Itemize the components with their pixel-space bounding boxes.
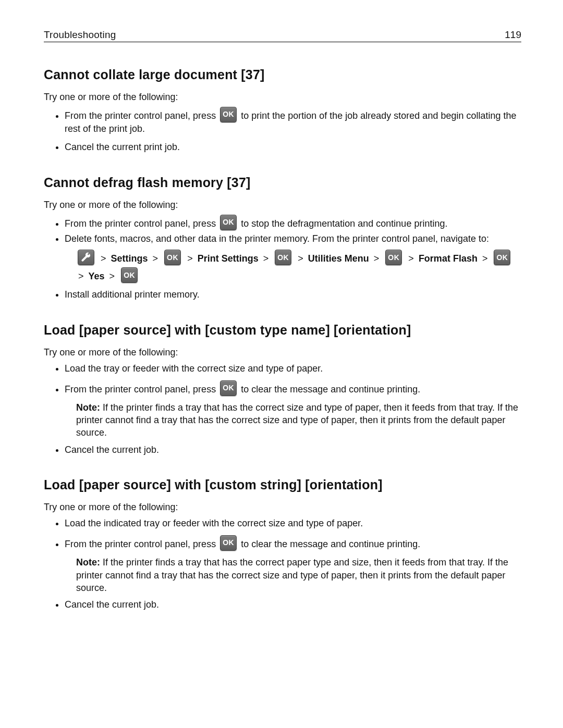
- path-step: Settings: [111, 253, 148, 264]
- note: Note: If the printer finds a tray that h…: [76, 401, 521, 439]
- heading-cannot-collate: Cannot collate large document [37]: [44, 67, 521, 82]
- path-step: Utilities Menu: [308, 253, 369, 264]
- bullet-list: From the printer control panel, press to…: [44, 215, 521, 302]
- text: From the printer control panel, press: [65, 110, 218, 121]
- gt-icon: >: [263, 253, 269, 264]
- intro-text: Try one or more of the following:: [44, 92, 521, 103]
- ok-icon: [121, 267, 138, 283]
- section-name: Troubleshooting: [44, 29, 116, 41]
- gt-icon: >: [298, 253, 303, 264]
- gt-icon: >: [78, 271, 84, 281]
- bullet-list: Load the indicated tray or feeder with t…: [44, 517, 521, 611]
- note-text: If the printer finds a tray that has the…: [76, 557, 508, 593]
- ok-icon: [385, 250, 402, 265]
- text: From the printer control panel, press: [65, 384, 218, 394]
- intro-text: Try one or more of the following:: [44, 347, 521, 358]
- note-text: If the printer finds a tray that has the…: [76, 402, 518, 438]
- wrench-icon: [78, 250, 94, 265]
- ok-icon: [220, 107, 237, 122]
- text: From the printer control panel, press: [65, 539, 218, 549]
- list-item: Cancel the current job.: [65, 598, 521, 611]
- list-item: Cancel the current print job.: [65, 141, 521, 154]
- list-item: From the printer control panel, press to…: [65, 107, 521, 135]
- text: to clear the message and continue printi…: [241, 539, 420, 549]
- bullet-list: From the printer control panel, press to…: [44, 107, 521, 154]
- path-step: Yes: [89, 271, 105, 281]
- ok-icon: [220, 380, 237, 396]
- gt-icon: >: [153, 253, 158, 264]
- ok-icon: [220, 535, 237, 551]
- bullet-list: Load the tray or feeder with the correct…: [44, 362, 521, 456]
- list-item: Cancel the current job.: [65, 443, 521, 456]
- intro-text: Try one or more of the following:: [44, 502, 521, 513]
- text: to stop the defragmentation and continue…: [241, 218, 447, 229]
- running-header: Troubleshooting 119: [44, 29, 521, 42]
- ok-icon: [164, 250, 181, 265]
- path-step: Print Settings: [198, 253, 259, 264]
- text: to clear the message and continue printi…: [241, 384, 420, 394]
- list-item: Delete fonts, macros, and other data in …: [65, 232, 521, 286]
- gt-icon: >: [187, 253, 193, 264]
- gt-icon: >: [109, 271, 115, 281]
- list-item: From the printer control panel, press to…: [65, 215, 521, 230]
- intro-text: Try one or more of the following:: [44, 200, 521, 211]
- ok-icon: [220, 215, 237, 230]
- list-item: Install additional printer memory.: [65, 288, 521, 301]
- gt-icon: >: [482, 253, 488, 264]
- text: From the printer control panel, press: [65, 218, 218, 229]
- page-number: 119: [505, 29, 521, 41]
- navigation-path: > Settings > > Print Settings > > Utilit…: [76, 250, 521, 285]
- list-item: Load the indicated tray or feeder with t…: [65, 517, 521, 530]
- list-item: From the printer control panel, press to…: [65, 535, 521, 594]
- gt-icon: >: [408, 253, 414, 264]
- text: Delete fonts, macros, and other data in …: [65, 233, 489, 244]
- note: Note: If the printer finds a tray that h…: [76, 556, 521, 594]
- heading-load-type: Load [paper source] with [custom type na…: [44, 323, 521, 338]
- gt-icon: >: [101, 253, 106, 264]
- ok-icon: [275, 250, 291, 265]
- path-step: Format Flash: [419, 253, 478, 264]
- list-item: Load the tray or feeder with the correct…: [65, 362, 521, 375]
- page: Troubleshooting 119 Cannot collate large…: [0, 0, 563, 728]
- note-label: Note:: [76, 557, 100, 567]
- note-label: Note:: [76, 402, 100, 413]
- ok-icon: [494, 250, 510, 265]
- heading-load-string: Load [paper source] with [custom string]…: [44, 477, 521, 492]
- heading-cannot-defrag: Cannot defrag flash memory [37]: [44, 175, 521, 190]
- list-item: From the printer control panel, press to…: [65, 380, 521, 439]
- gt-icon: >: [374, 253, 380, 264]
